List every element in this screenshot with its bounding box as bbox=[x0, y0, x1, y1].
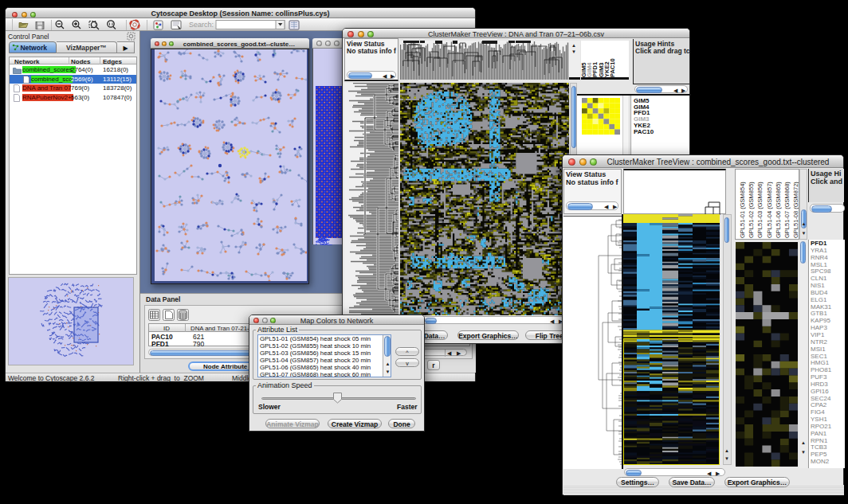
svg-text:Search:: Search: bbox=[189, 21, 214, 29]
